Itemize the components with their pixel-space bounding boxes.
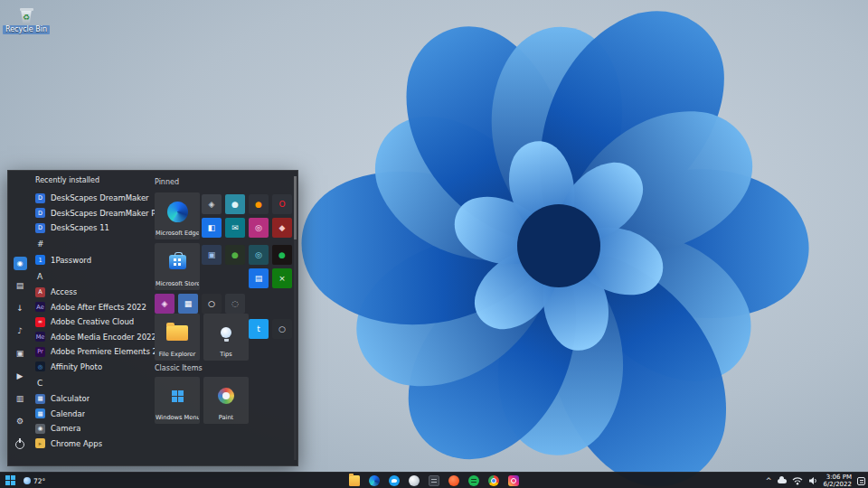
pinned-tile-8[interactable]: ◆ bbox=[272, 218, 292, 238]
edge-icon bbox=[167, 202, 188, 222]
start-app-item[interactable]: ▦Calculator bbox=[33, 391, 155, 407]
classic-items-row: Windows Menu Paint bbox=[155, 377, 297, 424]
app-icon: ◎ bbox=[35, 361, 45, 371]
steam-icon[interactable] bbox=[409, 475, 420, 486]
classic-tile-paint[interactable]: Paint bbox=[203, 377, 249, 424]
pinned-tile-10[interactable]: ● bbox=[225, 245, 245, 265]
clock[interactable]: 3:06 PM 6/2/2022 bbox=[824, 474, 852, 488]
app-section-header[interactable]: A bbox=[33, 267, 155, 285]
start-button[interactable] bbox=[5, 475, 16, 486]
pinned-tile-11[interactable]: ◎ bbox=[249, 245, 269, 265]
pinned-tile-14[interactable]: × bbox=[272, 268, 292, 288]
start-app-item[interactable]: PrAdobe Premiere Elements 2022 bbox=[33, 344, 155, 360]
action-center-icon[interactable] bbox=[857, 477, 865, 485]
app-item-label: 1Password bbox=[51, 256, 91, 265]
weather-temp: 72° bbox=[33, 477, 45, 485]
pinned-tile-15[interactable]: ◈ bbox=[155, 294, 175, 314]
pinned-tile-16[interactable]: ▦ bbox=[178, 294, 198, 314]
start-menu: ◉▤↓♪▣▶▥⚙ Recently installed DDeskScapes … bbox=[7, 170, 298, 466]
pinned-tile-12[interactable]: ● bbox=[272, 245, 292, 265]
weather-widget[interactable]: 72° bbox=[24, 473, 45, 488]
app-icon: ▦ bbox=[35, 394, 45, 404]
pinned-tile-file-explorer[interactable]: File Explorer bbox=[155, 314, 200, 361]
brave-icon[interactable] bbox=[448, 475, 459, 486]
start-menu-rail: ◉▤↓♪▣▶▥⚙ bbox=[10, 257, 30, 451]
app-icon: ▦ bbox=[35, 408, 45, 418]
app-icon: Pr bbox=[35, 347, 45, 357]
pinned-tile-7[interactable]: ◎ bbox=[249, 218, 269, 238]
power-icon[interactable] bbox=[14, 437, 27, 451]
downloads-icon[interactable]: ↓ bbox=[14, 302, 27, 315]
start-app-item[interactable]: AAccess bbox=[33, 285, 155, 300]
app-section-header[interactable]: C bbox=[33, 374, 155, 391]
tray-time: 3:06 PM bbox=[824, 474, 852, 481]
app-icon: 1 bbox=[35, 255, 45, 265]
pinned-tile-17[interactable]: ○ bbox=[202, 294, 222, 314]
classic-tile-windows-menu[interactable]: Windows Menu bbox=[155, 377, 200, 424]
pinned-column: Pinned Microsoft Edge Microsoft Store Fi… bbox=[155, 178, 297, 424]
start-app-item[interactable]: ▦Calendar bbox=[33, 407, 155, 422]
tile-label: Microsoft Store bbox=[156, 280, 199, 287]
spotify-icon[interactable] bbox=[468, 475, 479, 486]
instagram-icon[interactable] bbox=[508, 475, 519, 486]
app-item-label: Adobe Creative Cloud bbox=[51, 317, 134, 326]
volume-icon[interactable] bbox=[808, 476, 818, 485]
app-icon: ◉ bbox=[35, 424, 45, 434]
start-app-item[interactable]: ◉Camera bbox=[33, 421, 155, 436]
user-avatar-icon[interactable]: ◉ bbox=[14, 257, 27, 270]
tray-chevron-up-icon[interactable]: ^ bbox=[766, 478, 772, 485]
start-app-item[interactable]: ◎Affinity Photo bbox=[33, 360, 155, 375]
pinned-tile-18[interactable]: ◌ bbox=[225, 294, 245, 314]
pinned-tile-3[interactable]: ● bbox=[249, 194, 269, 214]
start-app-item[interactable]: MeAdobe Media Encoder 2022 bbox=[33, 330, 155, 345]
edge-icon[interactable] bbox=[369, 475, 380, 486]
chrome-icon[interactable] bbox=[488, 475, 499, 486]
app-icon: D bbox=[35, 193, 45, 203]
system-tray: ^ 3:06 PM 6/2/2022 bbox=[766, 473, 865, 488]
taskbar-app-icons bbox=[349, 475, 519, 486]
pinned-tile-5[interactable]: ◧ bbox=[202, 218, 222, 238]
recycle-bin-desktop-icon[interactable]: ♻ Recycle Bin bbox=[5, 7, 47, 34]
pinned-tile-13[interactable]: ▤ bbox=[249, 268, 269, 288]
pinned-tile-9[interactable]: ▣ bbox=[202, 245, 222, 265]
start-app-item[interactable]: AeAdobe After Effects 2022 bbox=[33, 300, 155, 315]
tile-label: Windows Menu bbox=[156, 414, 199, 421]
start-app-item[interactable]: DDeskScapes DreamMaker Pro bbox=[33, 206, 155, 221]
app-icon: D bbox=[35, 223, 45, 233]
pinned-tile-tips[interactable]: Tips bbox=[203, 314, 249, 361]
pinned-tile-microsoft-edge[interactable]: Microsoft Edge bbox=[155, 192, 200, 239]
tile-label: Tips bbox=[204, 351, 248, 358]
start-app-item[interactable]: DDeskScapes 11 bbox=[33, 221, 155, 236]
app-icon: ▸ bbox=[35, 438, 45, 448]
videos-icon[interactable]: ▶ bbox=[14, 370, 27, 383]
pinned-tile-microsoft-store[interactable]: Microsoft Store bbox=[155, 243, 200, 290]
start-app-item[interactable]: 11Password bbox=[33, 253, 155, 268]
pictures-icon[interactable]: ▣ bbox=[14, 347, 27, 361]
documents-icon[interactable]: ▤ bbox=[14, 279, 27, 293]
pinned-tile-2[interactable]: ● bbox=[225, 194, 245, 214]
app-section-header[interactable]: # bbox=[33, 236, 155, 253]
twitter-icon[interactable] bbox=[389, 475, 400, 486]
start-app-item[interactable]: DDeskScapes DreamMaker bbox=[33, 191, 155, 206]
app-item-label: Adobe Premiere Elements 2022 bbox=[51, 347, 155, 356]
pinned-tile-20[interactable]: ○ bbox=[272, 319, 292, 339]
notepad-icon[interactable] bbox=[429, 475, 439, 486]
pinned-tile-twitter[interactable]: t bbox=[249, 319, 269, 339]
pinned-tile-6[interactable]: ✉ bbox=[225, 218, 245, 238]
app-icon: Me bbox=[35, 332, 45, 342]
wifi-icon[interactable] bbox=[792, 476, 803, 485]
music-icon[interactable]: ♪ bbox=[14, 324, 27, 338]
weather-icon bbox=[24, 477, 31, 484]
folders-icon[interactable]: ▥ bbox=[14, 392, 27, 406]
start-menu-scrollbar[interactable] bbox=[294, 176, 297, 460]
onedrive-cloud-icon[interactable] bbox=[778, 479, 787, 483]
start-app-item[interactable]: ▸Chrome Apps bbox=[33, 436, 155, 452]
pinned-tile-4[interactable]: O bbox=[272, 194, 292, 214]
pinned-tile-1[interactable]: ◈ bbox=[202, 194, 222, 214]
app-item-label: DeskScapes DreamMaker bbox=[51, 193, 149, 202]
start-app-item[interactable]: ∞Adobe Creative Cloud bbox=[33, 314, 155, 330]
settings-icon[interactable]: ⚙ bbox=[14, 415, 27, 428]
lightbulb-icon bbox=[221, 327, 231, 338]
file-explorer-icon[interactable] bbox=[349, 475, 360, 486]
start-app-list: DDeskScapes DreamMakerDDeskScapes DreamM… bbox=[33, 191, 155, 451]
